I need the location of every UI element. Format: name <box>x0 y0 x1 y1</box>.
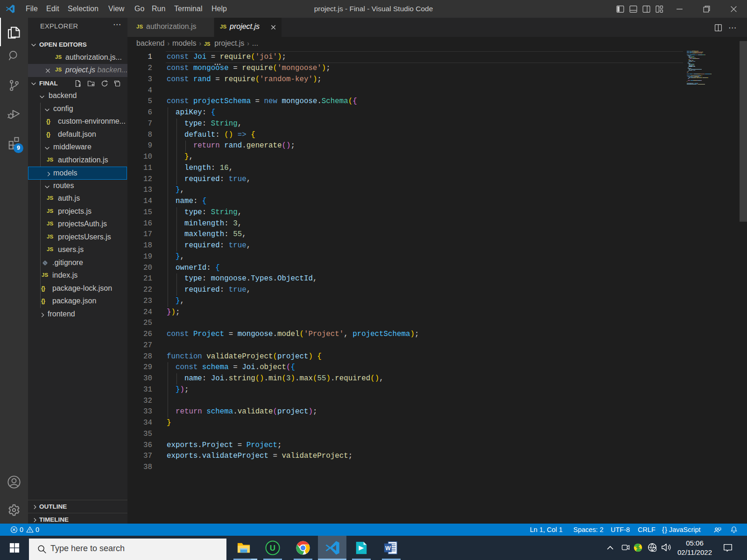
svg-text:U: U <box>270 544 275 553</box>
svg-text:W: W <box>385 545 391 552</box>
